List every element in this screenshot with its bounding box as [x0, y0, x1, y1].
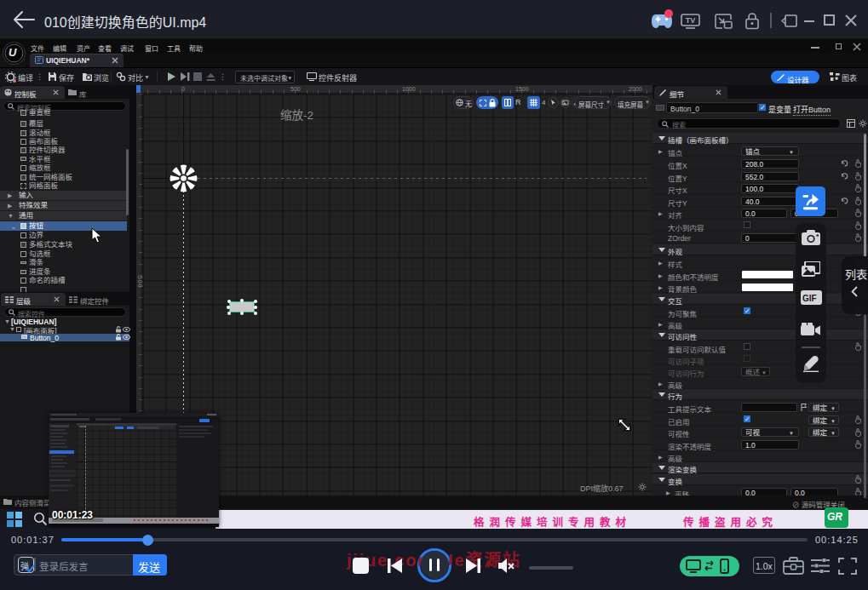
- svg-text:TV: TV: [686, 16, 696, 25]
